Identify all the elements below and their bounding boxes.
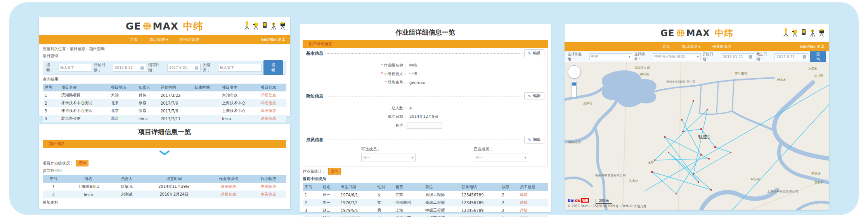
table-row: 2徕卡技术中心测试北京徐焱2017/7/6上海技术中心详细信息 [43, 99, 286, 107]
table-row: 4钱二1981/7/23女安徽合肥中级工程师1234567892详情 [303, 214, 548, 217]
nav-item-1[interactable]: 项目管理 ▾ [682, 44, 700, 49]
detail-link[interactable]: 详细信息 [221, 192, 236, 196]
edit-members-button[interactable]: ✎ 编辑 [524, 136, 544, 144]
nav-item-0[interactable]: 首页 [130, 37, 138, 42]
edit-basic-button[interactable]: ✎ 编辑 [524, 49, 544, 57]
end-date-input[interactable]: 2017-8-21 ▦ [774, 53, 808, 60]
table-cell: 江苏 [393, 191, 423, 199]
end-date-input[interactable]: 2017-8-21 ▦ [167, 64, 201, 72]
empty-note-box [407, 122, 442, 129]
detail-link[interactable]: 详细信息 [261, 101, 276, 105]
condition-input[interactable] [218, 64, 262, 72]
track-point-marker [682, 131, 684, 132]
accordion-header[interactable]: 项目信息 [43, 140, 286, 148]
project-select-label: 选择项目： [634, 52, 650, 62]
logo-max-text: MAX [153, 21, 179, 32]
page-title: 项目详细信息一览 [39, 124, 290, 140]
workgroups-table: 序号组名负责人成立时间作业组详情作业轨迹1上海测量组1庆梁凡2014年11月29… [43, 175, 286, 198]
calendar-icon[interactable]: ▦ [748, 54, 752, 59]
detail-link[interactable]: 详细信息 [261, 108, 276, 113]
table-cell: 2 [500, 206, 518, 214]
start-date-input[interactable]: 2016-8-21 ▦ [113, 64, 146, 72]
keyword-input[interactable] [59, 64, 92, 72]
map-canvas[interactable]: Baidu 地图 200 米 © 2017 Baidu - GS(2016)20… [565, 62, 829, 210]
extra-info-label: 附加信息 [306, 93, 323, 99]
theodolite-icon [279, 21, 286, 30]
track-point-marker [651, 171, 653, 173]
map-label: 王家埭 [811, 172, 821, 176]
column-header: 负责人 [137, 84, 159, 91]
logout-link[interactable]: GeoMax 退出 [261, 37, 286, 42]
table-cell: 1976/7/1 [339, 199, 376, 206]
workload-label: 作业量统计： [303, 169, 326, 174]
table-cell: 大冶市政 [220, 91, 259, 99]
column-header: 开始时间 [159, 84, 192, 91]
track-point-marker [700, 128, 702, 130]
detail-link[interactable]: 详细信息 [261, 116, 276, 121]
column-header: 作业组详情 [207, 175, 250, 183]
table-cell: 赵二 [321, 206, 338, 214]
column-header: 联系电话 [459, 183, 500, 191]
table-cell: 2 [500, 199, 518, 206]
controller-icon [800, 28, 807, 37]
detail-link[interactable]: 详细信息 [261, 93, 276, 97]
nav-item-0[interactable]: 首页 [662, 44, 670, 49]
logout-link[interactable]: GeoMax 退出 [800, 44, 825, 49]
basemap [565, 62, 829, 210]
column-header: 籍贯 [393, 183, 423, 191]
start-date-input[interactable]: 2013-01-21 ▦ [721, 53, 755, 60]
table-cell: 上海技术中心 [220, 107, 259, 115]
edit-extra-button[interactable]: ✎ 编辑 [524, 92, 544, 100]
panel-group-detail: 作业组详细信息一览 用户详细信息 基本信息 ✎ 编辑 *作业组名称：中纬*小组负… [300, 24, 551, 212]
available-members-label: 可选成员： [361, 147, 416, 152]
table-cell: 河南郑州 [393, 199, 423, 206]
map-label: 永四村 [808, 66, 818, 71]
detail-bar-label: 用户详细信息 [309, 41, 332, 47]
detail-link[interactable]: 详情 [520, 200, 528, 205]
zoom-slider-handle[interactable] [572, 82, 576, 86]
available-members-select[interactable]: 张一 ▾ [361, 154, 416, 161]
page-title: 作业组详细信息一览 [300, 24, 551, 40]
detail-link[interactable]: 详细信息 [221, 184, 236, 189]
project-select[interactable]: 中纬演示项目(测试) ▾ [653, 53, 701, 60]
workload-query-button[interactable]: 查询 [328, 168, 341, 175]
map-zoom-control[interactable] [572, 81, 577, 97]
detail-link[interactable]: 详情 [520, 208, 528, 212]
accordion-expander[interactable] [43, 148, 286, 158]
search-button[interactable]: 搜索 [263, 60, 283, 75]
map-attribution: © 2017 Baidu - GS(2016)2089号 - Data © 长地… [568, 204, 646, 208]
breadcrumb: 您当前的位置：项目信息 - 项目查询 [39, 44, 290, 52]
divider [326, 140, 522, 140]
geomax-logo: GE MAX 中纬 [126, 20, 203, 33]
selected-members-select[interactable]: 孙一 ▾ [474, 154, 528, 161]
edit-icon: ✎ [528, 51, 531, 56]
table-cell: 北京 [109, 115, 137, 122]
member-info-label: 成员信息 [306, 137, 323, 143]
table-cell: 123456789 [459, 191, 500, 199]
calendar-icon[interactable]: ▦ [802, 54, 806, 59]
group-select[interactable]: 中纬 ▾ [589, 53, 632, 60]
table-cell: 2014年11月29日 [141, 183, 207, 191]
table-cell: 2 [43, 99, 59, 107]
track-query-button[interactable]: 查询 [810, 51, 826, 63]
map-pan-control[interactable] [568, 65, 581, 79]
table-cell: 大冶 [109, 91, 137, 99]
detail-link[interactable]: 查看轨迹 [260, 184, 276, 189]
calendar-icon[interactable]: ▦ [140, 65, 144, 70]
column-header: 职位 [423, 183, 459, 191]
calendar-icon[interactable]: ▦ [195, 65, 199, 70]
group-status-query-button[interactable]: 查询 [76, 160, 88, 166]
table-cell: 1981/7/23 [339, 214, 376, 217]
detail-link[interactable]: 查看轨迹 [260, 192, 276, 196]
nav-item-2[interactable]: 作业组管理 [712, 44, 731, 49]
total-station-icon [791, 28, 799, 37]
basic-info-fields: *作业组名称：中纬*小组负责人：中纬*登录账号：geomax [303, 59, 547, 91]
table-cell: 123456789 [459, 199, 500, 206]
map-label: 加叶围村 [735, 71, 747, 75]
nav-item-1[interactable]: 项目管理 ▾ [149, 37, 168, 42]
table-cell: 徕卡技术中心测试 [59, 99, 109, 107]
nav-item-2[interactable]: 作业组管理 [180, 37, 199, 42]
track-point-marker [714, 146, 716, 148]
map-label: 陆家宅滨 [568, 140, 581, 144]
detail-link[interactable]: 详情 [520, 192, 528, 197]
